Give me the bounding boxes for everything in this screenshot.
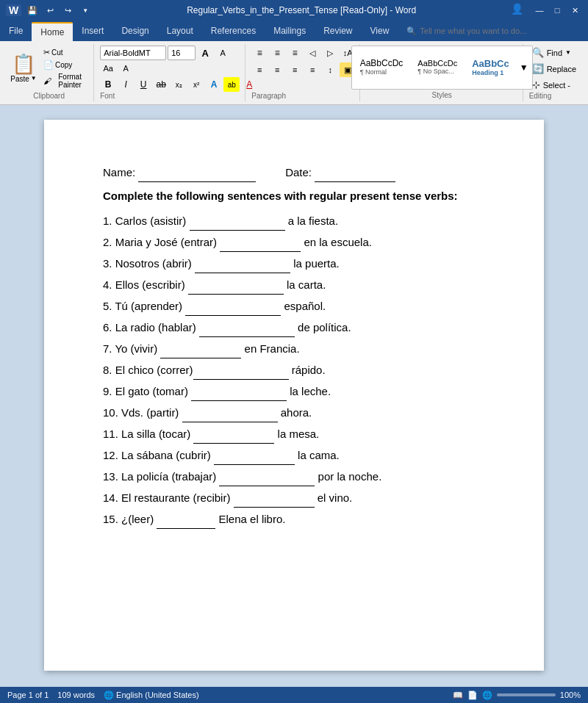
list-item: 11. La silla (tocar) la mesa. xyxy=(103,425,485,444)
instructions-text: Complete the following sentences with re… xyxy=(103,188,485,203)
list-item: 5. Tú (aprender) español. xyxy=(103,298,485,316)
name-field: Name: xyxy=(103,164,256,182)
blank-4[interactable] xyxy=(188,276,284,295)
style-no-spacing[interactable]: AaBbCcDc ¶ No Spac... xyxy=(411,48,464,86)
blank-8[interactable] xyxy=(193,361,289,380)
paste-dropdown: Paste ▼ xyxy=(10,75,37,83)
strikethrough-button[interactable]: ab xyxy=(153,77,169,92)
decrease-indent-button[interactable]: ◁ xyxy=(304,46,320,60)
tab-references[interactable]: References xyxy=(202,21,265,41)
qa-redo-icon[interactable]: ↪ xyxy=(61,4,74,17)
maximize-button[interactable]: □ xyxy=(550,3,564,18)
group-styles: AaBbCcDc ¶ Normal AaBbCcDc ¶ No Spac... … xyxy=(362,44,523,101)
find-button[interactable]: 🔍 Find ▼ xyxy=(529,46,579,60)
name-date-line: Name: Date: xyxy=(103,164,485,182)
style-heading1[interactable]: AaBbCc Heading 1 xyxy=(465,48,516,86)
line-spacing-button[interactable]: ↕ xyxy=(322,62,338,77)
bold-button[interactable]: B xyxy=(100,77,116,92)
group-font: A A Aa A B I U ab x₂ x² A ab A Font xyxy=(96,44,245,101)
user-icon: 👤 xyxy=(511,3,523,18)
blank-15[interactable] xyxy=(157,511,215,529)
multilevel-list-button[interactable]: ≡ xyxy=(287,46,303,60)
align-left-button[interactable]: ≡ xyxy=(251,62,268,77)
blank-14[interactable] xyxy=(234,489,315,508)
font-name-input[interactable] xyxy=(100,46,166,60)
style-normal[interactable]: AaBbCcDc ¶ Normal xyxy=(354,48,410,86)
find-icon: 🔍 xyxy=(532,47,544,58)
blank-7[interactable] xyxy=(160,340,241,358)
replace-button[interactable]: 🔄 Replace xyxy=(529,62,579,76)
paste-section: 📋 Paste ▼ xyxy=(9,53,38,83)
tab-file[interactable]: File xyxy=(0,21,32,41)
title-bar-left: W 💾 ↩ ↪ ▼ xyxy=(6,4,92,17)
text-highlight-button[interactable]: ab xyxy=(223,77,240,92)
clear-format-button[interactable]: Aa xyxy=(100,62,116,75)
blank-9[interactable] xyxy=(191,383,287,401)
bullets-button[interactable]: ≡ xyxy=(251,46,268,60)
word-count: 109 words xyxy=(57,691,95,700)
font-shrink-button[interactable]: A xyxy=(215,46,231,60)
change-case-button[interactable]: A xyxy=(118,62,134,75)
tell-me-input[interactable] xyxy=(420,26,552,35)
blank-12[interactable] xyxy=(214,447,295,465)
status-bar: Page 1 of 1 109 words 🌐 English (United … xyxy=(0,687,588,700)
font-selectors-row: A A Aa A xyxy=(100,46,240,75)
blank-5[interactable] xyxy=(185,298,281,316)
minimize-button[interactable]: — xyxy=(532,3,547,18)
cut-button[interactable]: ✂ Cut xyxy=(41,47,89,58)
tell-me-bar[interactable]: 🔍 xyxy=(398,21,588,41)
list-item: 4. Ellos (escribir) la carta. xyxy=(103,276,485,295)
blank-6[interactable] xyxy=(199,319,295,337)
blank-2[interactable] xyxy=(220,234,301,252)
list-item: 13. La policía (trabajar) por la noche. xyxy=(103,468,485,486)
group-paragraph: ≡ ≡ ≡ ◁ ▷ ↕A ¶ ≡ ≡ ≡ ≡ ↕ ▣ ⊞ Paragraph xyxy=(247,44,359,101)
tab-design[interactable]: Design xyxy=(112,21,157,41)
blank-1[interactable] xyxy=(190,212,285,231)
language: 🌐 English (United States) xyxy=(104,691,199,700)
group-clipboard: 📋 Paste ▼ ✂ Cut 📄 Copy 🖌 Format Painter … xyxy=(4,44,94,101)
blank-10[interactable] xyxy=(182,404,278,422)
paste-label: Paste xyxy=(10,75,29,83)
italic-button[interactable]: I xyxy=(118,77,134,92)
tab-layout[interactable]: Layout xyxy=(158,21,202,41)
format-painter-button[interactable]: 🖌 Format Painter xyxy=(41,72,89,90)
qa-undo-icon[interactable]: ↩ xyxy=(43,4,57,17)
view-web-button[interactable]: 🌐 xyxy=(482,691,492,700)
tab-home[interactable]: Home xyxy=(32,22,73,41)
qa-save-icon[interactable]: 💾 xyxy=(26,4,39,17)
paste-dropdown-arrow[interactable]: ▼ xyxy=(31,75,37,83)
paste-button[interactable]: 📋 xyxy=(9,53,38,75)
view-print-button[interactable]: 📄 xyxy=(467,691,478,700)
blank-11[interactable] xyxy=(193,425,274,444)
select-button[interactable]: ⊹ Select - xyxy=(529,78,579,92)
close-button[interactable]: ✕ xyxy=(567,3,582,18)
qa-customize-icon[interactable]: ▼ xyxy=(79,4,92,17)
numbering-button[interactable]: ≡ xyxy=(269,46,285,60)
blank-3[interactable] xyxy=(195,255,290,273)
status-right: 📖 📄 🌐 100% xyxy=(453,691,581,700)
text-effects-button[interactable]: A xyxy=(206,77,222,92)
blank-13[interactable] xyxy=(219,468,315,486)
align-right-button[interactable]: ≡ xyxy=(287,62,303,77)
subscript-button[interactable]: x₂ xyxy=(171,77,187,92)
align-center-button[interactable]: ≡ xyxy=(269,62,285,77)
underline-button[interactable]: U xyxy=(135,77,151,92)
list-item: 1. Carlos (asistir) a la fiesta. xyxy=(103,212,485,231)
name-underline[interactable] xyxy=(138,164,256,182)
list-item: 15. ¿(leer) Elena el libro. xyxy=(103,511,485,529)
ribbon: File Home Insert Design Layout Reference… xyxy=(0,21,588,105)
superscript-button[interactable]: x² xyxy=(188,77,204,92)
font-grow-button[interactable]: A xyxy=(197,46,213,60)
view-read-button[interactable]: 📖 xyxy=(453,691,463,700)
tab-mailings[interactable]: Mailings xyxy=(265,21,315,41)
tab-view[interactable]: View xyxy=(362,21,398,41)
increase-indent-button[interactable]: ▷ xyxy=(322,46,338,60)
copy-button[interactable]: 📄 Copy xyxy=(41,60,89,71)
tab-review[interactable]: Review xyxy=(315,21,361,41)
tab-insert[interactable]: Insert xyxy=(73,21,112,41)
zoom-slider[interactable] xyxy=(497,693,556,696)
justify-button[interactable]: ≡ xyxy=(304,62,320,77)
date-underline[interactable] xyxy=(315,164,395,182)
font-size-input[interactable] xyxy=(168,46,196,60)
clipboard-sub-buttons: ✂ Cut 📄 Copy 🖌 Format Painter xyxy=(41,47,89,90)
